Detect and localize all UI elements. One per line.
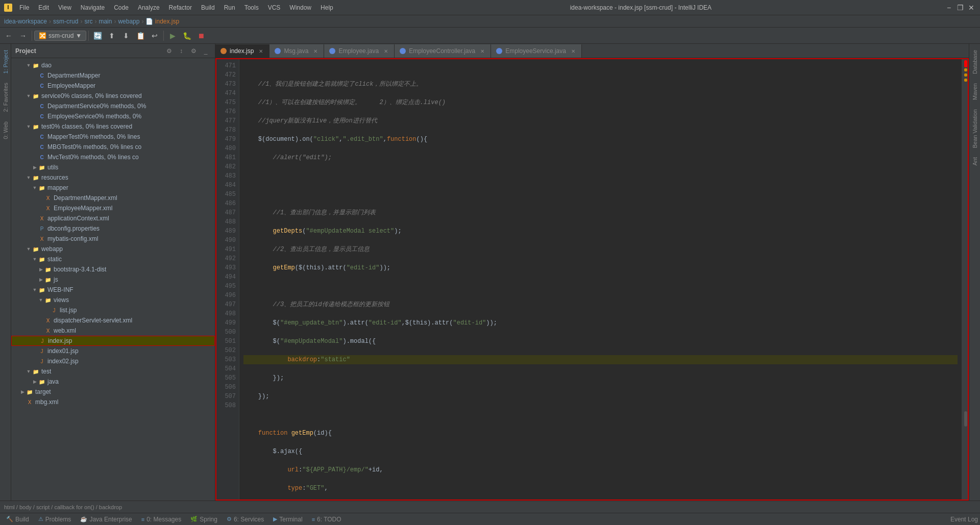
project-panel-expand[interactable]: ↕ bbox=[176, 46, 186, 56]
tab-employee-java[interactable]: Employee.java ✕ bbox=[324, 44, 395, 58]
editor-scrollbar[interactable] bbox=[962, 59, 968, 499]
menu-tools[interactable]: Tools bbox=[240, 3, 263, 12]
bottom-tab-messages[interactable]: ≡ 0: Messages bbox=[137, 513, 185, 526]
bottom-tab-services[interactable]: ⚙ 6: Services bbox=[223, 513, 268, 526]
tree-item[interactable]: CMBGTest 0% methods, 0% lines co bbox=[11, 142, 215, 152]
project-panel-minimize[interactable]: _ bbox=[201, 46, 211, 56]
close-button[interactable]: ✕ bbox=[967, 3, 976, 12]
tree-item[interactable]: ▼📁static bbox=[11, 254, 215, 264]
toolbar-forward-button[interactable]: → bbox=[16, 29, 30, 42]
tree-item[interactable]: CDepartmentService 0% methods, 0% bbox=[11, 101, 215, 111]
side-tab-ant[interactable]: Ant bbox=[971, 153, 979, 170]
tab-close-employeecontroller-java[interactable]: ✕ bbox=[480, 48, 484, 54]
tab-index-jsp[interactable]: index.jsp ✕ bbox=[215, 44, 270, 58]
tree-item[interactable]: Jindex.jsp bbox=[11, 336, 215, 346]
menu-code[interactable]: Code bbox=[110, 3, 133, 12]
tree-item[interactable]: ▶📁js bbox=[11, 274, 215, 285]
tree-item[interactable]: ▼📁service 0% classes, 0% lines covered bbox=[11, 91, 215, 101]
side-tab-bean-validation[interactable]: Bean Validation bbox=[971, 105, 979, 152]
tree-item[interactable]: XDepartmentMapper.xml bbox=[11, 193, 215, 203]
menu-vcs[interactable]: VCS bbox=[264, 3, 285, 12]
tree-item[interactable]: Jindex02.jsp bbox=[11, 356, 215, 366]
side-tab-database[interactable]: Database bbox=[971, 46, 979, 78]
tree-item[interactable]: CMapperTest 0% methods, 0% lines bbox=[11, 132, 215, 142]
menu-window[interactable]: Window bbox=[285, 3, 315, 12]
tab-employeecontroller-java[interactable]: EmployeeController.java ✕ bbox=[395, 44, 491, 58]
tree-item[interactable]: Pdbconfig.properties bbox=[11, 223, 215, 234]
bottom-tab-todo[interactable]: ≡ 6: TODO bbox=[308, 513, 346, 526]
tab-close-employee-java[interactable]: ✕ bbox=[384, 48, 388, 54]
maximize-button[interactable]: ❐ bbox=[955, 3, 965, 12]
breadcrumb-item-4[interactable]: main bbox=[99, 18, 112, 25]
menu-navigate[interactable]: Navigate bbox=[77, 3, 109, 12]
toolbar-sync-button[interactable]: 🔄 bbox=[91, 29, 104, 42]
tree-item[interactable]: ▶📁java bbox=[11, 377, 215, 387]
tree-item[interactable]: CDepartmentMapper bbox=[11, 70, 215, 81]
tab-msg-java[interactable]: Msg.java ✕ bbox=[270, 44, 324, 58]
project-panel-settings[interactable]: ⚙ bbox=[188, 46, 199, 56]
tree-item[interactable]: ▼📁resources bbox=[11, 172, 215, 183]
event-log-label[interactable]: Event Log bbox=[950, 516, 978, 523]
tree-item[interactable]: CEmployeeMapper bbox=[11, 81, 215, 91]
tree-item[interactable]: ▼📁views bbox=[11, 295, 215, 305]
menu-build[interactable]: Build bbox=[197, 3, 219, 12]
breadcrumb-item-2[interactable]: ssm-crud bbox=[53, 18, 78, 25]
bottom-tab-problems[interactable]: ⚠ Problems bbox=[34, 513, 76, 526]
tree-item[interactable]: CMvcTest 0% methods, 0% lines co bbox=[11, 152, 215, 162]
tree-item[interactable]: ▼📁test 0% classes, 0% lines covered bbox=[11, 121, 215, 132]
toolbar-back-button[interactable]: ← bbox=[2, 29, 15, 42]
breadcrumb-item-6[interactable]: 📄 index.jsp bbox=[145, 18, 179, 25]
tree-item[interactable]: Xweb.xml bbox=[11, 326, 215, 336]
tree-item[interactable]: XdispatcherServlet-servlet.xml bbox=[11, 315, 215, 326]
toolbar-history-button[interactable]: 📋 bbox=[134, 29, 147, 42]
menu-edit[interactable]: Edit bbox=[34, 3, 53, 12]
bottom-tab-java-enterprise[interactable]: ☕ Java Enterprise bbox=[76, 513, 136, 526]
bottom-tab-spring[interactable]: 🌿 Spring bbox=[186, 513, 222, 526]
tree-item[interactable]: XEmployeeMapper.xml bbox=[11, 203, 215, 213]
toolbar-debug-button[interactable]: 🐛 bbox=[180, 29, 193, 42]
bottom-tab-build[interactable]: 🔨 Build bbox=[2, 513, 33, 526]
breadcrumb-item-5[interactable]: webapp bbox=[118, 18, 139, 25]
minimize-button[interactable]: − bbox=[944, 3, 953, 12]
tab-close-index-jsp[interactable]: ✕ bbox=[259, 48, 263, 54]
side-tab-project[interactable]: 1: Project bbox=[2, 46, 10, 78]
toolbar-run-button[interactable]: ▶ bbox=[166, 29, 179, 42]
tree-item[interactable]: ▼📁webapp bbox=[11, 244, 215, 254]
toolbar-revert-button[interactable]: ↩ bbox=[148, 29, 161, 42]
code-editor[interactable]: 471 472 473 474 475 476 477 478 479 480 … bbox=[215, 58, 969, 501]
tree-item[interactable]: ▼📁test bbox=[11, 366, 215, 377]
menu-refactor[interactable]: Refactor bbox=[165, 3, 196, 12]
tree-item[interactable]: XapplicationContext.xml bbox=[11, 213, 215, 223]
tree-item[interactable]: Xmybatis-config.xml bbox=[11, 234, 215, 244]
tab-close-employeeservice-java[interactable]: ✕ bbox=[571, 48, 575, 54]
side-tab-favorites[interactable]: 2: Favorites bbox=[2, 79, 10, 116]
side-tab-maven[interactable]: Maven bbox=[971, 79, 979, 104]
toolbar-commit-button[interactable]: ⬆ bbox=[105, 29, 118, 42]
tab-close-msg-java[interactable]: ✕ bbox=[313, 48, 317, 54]
toolbar-update-button[interactable]: ⬇ bbox=[119, 29, 133, 42]
menu-run[interactable]: Run bbox=[220, 3, 239, 12]
tree-item[interactable]: ▶📁target bbox=[11, 387, 215, 397]
breadcrumb-item-1[interactable]: idea-workspace bbox=[4, 18, 47, 25]
menu-analyze[interactable]: Analyze bbox=[134, 3, 164, 12]
tab-employeeservice-java[interactable]: EmployeeService.java ✕ bbox=[491, 44, 582, 58]
tree-item[interactable]: ▶📁bootstrap-3.4.1-dist bbox=[11, 264, 215, 274]
breadcrumb-item-3[interactable]: src bbox=[84, 18, 92, 25]
tree-item[interactable]: Jlist.jsp bbox=[11, 305, 215, 315]
bottom-tab-terminal[interactable]: ▶ Terminal bbox=[269, 513, 306, 526]
tree-item[interactable]: ▼📁mapper bbox=[11, 183, 215, 193]
branch-selector[interactable]: 🔀 ssm-crud ▼ bbox=[34, 31, 86, 41]
tree-item[interactable]: CEmployeeService 0% methods, 0% bbox=[11, 111, 215, 121]
tree-item[interactable]: Jindex01.jsp bbox=[11, 346, 215, 356]
project-panel-cog[interactable]: ⚙ bbox=[164, 46, 174, 56]
tree-item[interactable]: ▼📁dao bbox=[11, 60, 215, 70]
menu-help[interactable]: Help bbox=[316, 3, 337, 12]
menu-view[interactable]: View bbox=[54, 3, 76, 12]
toolbar-stop-button[interactable]: ⏹ bbox=[194, 29, 208, 42]
side-tab-web[interactable]: 0: Web bbox=[2, 117, 10, 143]
tree-item[interactable]: ▼📁WEB-INF bbox=[11, 285, 215, 295]
tree-item[interactable]: Xmbg.xml bbox=[11, 397, 215, 407]
tree-item[interactable]: ▶📁utils bbox=[11, 162, 215, 172]
menu-file[interactable]: File bbox=[15, 3, 33, 12]
code-content[interactable]: //1、我们是按钮创建之前就绑定了click，所以绑定不上。 //1）、可以在创… bbox=[239, 59, 962, 499]
